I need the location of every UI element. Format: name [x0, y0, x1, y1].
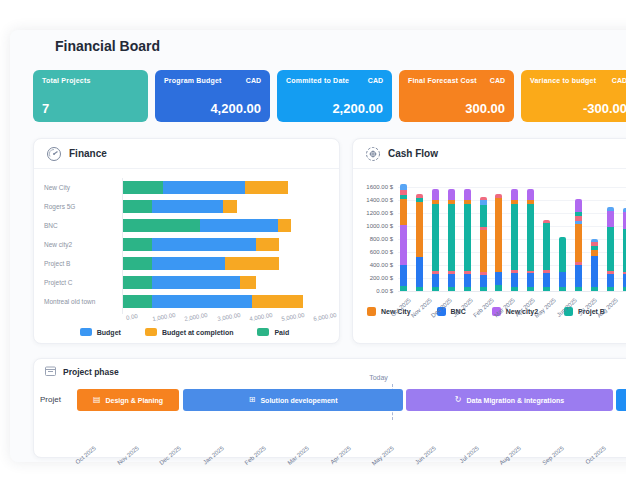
finance-legend-item[interactable]: Paid [257, 328, 289, 336]
cashflow-bar-segment[interactable] [511, 273, 518, 287]
finance-bar-segment[interactable] [225, 257, 279, 270]
cashflow-stacked-bar[interactable] [607, 207, 614, 291]
cashflow-bar-segment[interactable] [527, 189, 534, 200]
finance-bar-segment[interactable] [278, 219, 292, 232]
cashflow-bar-segment[interactable] [559, 237, 566, 272]
cashflow-stacked-bar[interactable] [527, 189, 534, 291]
cashflow-bar-segment[interactable] [495, 272, 502, 284]
cashflow-bar-segment[interactable] [448, 189, 455, 200]
cashflow-bar-segment[interactable] [591, 256, 598, 287]
cashflow-stacked-bar[interactable] [511, 189, 518, 291]
cashflow-bar-segment[interactable] [480, 287, 487, 291]
cashflow-bar-segment[interactable] [623, 274, 626, 287]
finance-bar-segment[interactable] [152, 200, 223, 213]
finance-bar-segment[interactable] [122, 295, 152, 308]
cashflow-bar-segment[interactable] [464, 274, 471, 287]
finance-legend-item[interactable]: Budget [80, 328, 121, 336]
cashflow-bar-segment[interactable] [623, 212, 626, 228]
cashflow-bar-segment[interactable] [416, 202, 423, 256]
cashflow-bar-segment[interactable] [400, 286, 407, 291]
finance-bar-segment[interactable] [122, 181, 163, 194]
cashflow-bar-segment[interactable] [591, 287, 598, 291]
cashflow-bar-segment[interactable] [448, 274, 455, 287]
phase-bar-solution-developement[interactable]: ⊞Solution developement [183, 389, 403, 411]
cashflow-bar-segment[interactable] [464, 189, 471, 200]
phase-bar-data-migration-integrations[interactable]: ↻Data Migration & integrations [406, 389, 613, 411]
cashflow-stacked-bar[interactable] [591, 239, 598, 291]
cashflow-bar-segment[interactable] [511, 287, 518, 291]
finance-bar-segment[interactable] [152, 276, 240, 289]
finance-bar-segment[interactable] [252, 295, 303, 308]
cashflow-bar-segment[interactable] [495, 198, 502, 272]
cashflow-bar-segment[interactable] [432, 287, 439, 291]
finance-bar-segment[interactable] [122, 200, 152, 213]
finance-bar-segment[interactable] [152, 257, 225, 270]
cashflow-stacked-bar[interactable] [480, 197, 487, 291]
finance-bar-segment[interactable] [245, 181, 287, 194]
finance-stacked-bar[interactable] [122, 295, 325, 308]
finance-bar-segment[interactable] [122, 257, 152, 270]
finance-bar-segment[interactable] [163, 181, 246, 194]
cashflow-stacked-bar[interactable] [464, 189, 471, 291]
phase-bar-design-planing[interactable]: ▤Design & Planing [77, 389, 179, 411]
cashflow-bar-segment[interactable] [432, 274, 439, 287]
cashflow-bar-segment[interactable] [543, 273, 550, 287]
cashflow-bar-segment[interactable] [527, 204, 534, 271]
finance-bar-segment[interactable] [256, 238, 280, 251]
finance-bar-segment[interactable] [122, 276, 152, 289]
cashflow-bar-segment[interactable] [607, 211, 614, 227]
cashflow-bar-segment[interactable] [464, 287, 471, 291]
finance-bar-segment[interactable] [223, 200, 237, 213]
finance-stacked-bar[interactable] [122, 238, 325, 251]
cashflow-bar-segment[interactable] [432, 204, 439, 272]
cashflow-bar-segment[interactable] [432, 189, 439, 200]
cashflow-bar-segment[interactable] [480, 230, 487, 272]
cashflow-stacked-bar[interactable] [448, 189, 455, 291]
cashflow-bar-segment[interactable] [511, 189, 518, 200]
cashflow-stacked-bar[interactable] [432, 189, 439, 291]
cashflow-stacked-bar[interactable] [575, 199, 582, 291]
finance-bar-segment[interactable] [122, 238, 152, 251]
cashflow-bar-segment[interactable] [495, 285, 502, 292]
cashflow-bar-segment[interactable] [448, 287, 455, 291]
cashflow-bar-segment[interactable] [559, 287, 566, 291]
cashflow-bar-segment[interactable] [607, 287, 614, 291]
finance-legend-item[interactable]: Budget at completion [145, 328, 234, 336]
finance-stacked-bar[interactable] [122, 276, 325, 289]
cashflow-bar-segment[interactable] [543, 223, 550, 270]
phase-bar-next[interactable] [616, 389, 626, 411]
cashflow-bar-segment[interactable] [400, 265, 407, 286]
finance-stacked-bar[interactable] [122, 181, 325, 194]
cashflow-stacked-bar[interactable] [400, 184, 407, 291]
cashflow-stacked-bar[interactable] [543, 220, 550, 291]
cashflow-bar-segment[interactable] [575, 224, 582, 262]
cashflow-bar-segment[interactable] [416, 287, 423, 291]
finance-bar-segment[interactable] [122, 219, 200, 232]
cashflow-bar-segment[interactable] [527, 287, 534, 291]
finance-stacked-bar[interactable] [122, 219, 325, 232]
cashflow-bar-segment[interactable] [623, 287, 626, 291]
cashflow-bar-segment[interactable] [480, 275, 487, 287]
cashflow-bar-segment[interactable] [400, 225, 407, 265]
cashflow-stacked-bar[interactable] [559, 237, 566, 291]
finance-stacked-bar[interactable] [122, 200, 325, 213]
cashflow-stacked-bar[interactable] [416, 194, 423, 291]
cashflow-bar-segment[interactable] [575, 265, 582, 286]
cashflow-bar-segment[interactable] [623, 229, 626, 272]
cashflow-bar-segment[interactable] [448, 204, 455, 271]
cashflow-bar-segment[interactable] [511, 204, 518, 271]
cashflow-bar-segment[interactable] [607, 274, 614, 287]
cashflow-bar-segment[interactable] [400, 199, 407, 225]
cashflow-bar-segment[interactable] [480, 205, 487, 227]
cashflow-bar-segment[interactable] [559, 272, 566, 287]
finance-stacked-bar[interactable] [122, 257, 325, 270]
finance-bar-segment[interactable] [200, 219, 278, 232]
cashflow-bar-segment[interactable] [575, 199, 582, 212]
cashflow-bar-segment[interactable] [527, 273, 534, 287]
finance-bar-segment[interactable] [240, 276, 255, 289]
finance-bar-segment[interactable] [152, 295, 252, 308]
cashflow-bar-segment[interactable] [575, 287, 582, 291]
finance-bar-segment[interactable] [152, 238, 255, 251]
cashflow-bar-segment[interactable] [464, 204, 471, 272]
cashflow-bar-segment[interactable] [607, 227, 614, 271]
